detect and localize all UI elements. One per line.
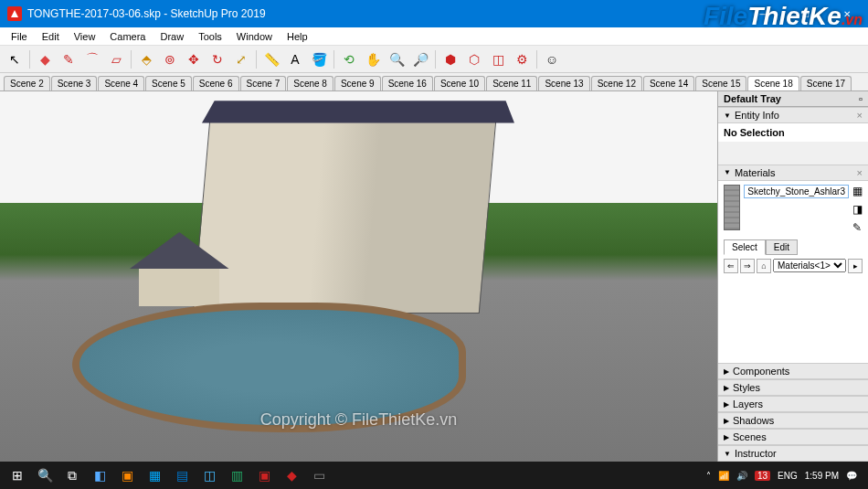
extension-icon[interactable]: ⬡ (463, 48, 485, 70)
maximize-button[interactable]: ☐ (784, 0, 826, 27)
scene-tab-active[interactable]: Scene 18 (747, 76, 799, 90)
volume-icon[interactable]: 🔊 (736, 471, 747, 481)
panel-materials[interactable]: ▼ Materials × (718, 165, 868, 181)
scene-tab[interactable]: Scene 11 (486, 76, 537, 90)
rectangle-tool[interactable]: ▱ (105, 48, 127, 70)
materials-tab-edit[interactable]: Edit (766, 239, 798, 255)
window-titlebar: TONGTHE-2017-03-06.skp - SketchUp Pro 20… (0, 0, 868, 27)
home-button[interactable]: ⌂ (757, 259, 771, 273)
scene-tab[interactable]: Scene 7 (240, 76, 287, 90)
scene-tab[interactable]: Scene 10 (434, 76, 485, 90)
material-library-select[interactable]: Materials<1> (773, 259, 846, 272)
line-tool[interactable]: ✎ (58, 48, 79, 70)
offset-tool[interactable]: ⊚ (159, 48, 181, 70)
scene-tab[interactable]: Scene 3 (51, 76, 98, 90)
materials-grid[interactable] (718, 281, 868, 363)
search-icon[interactable]: 🔍 (31, 462, 58, 489)
panel-close-icon[interactable]: × (857, 110, 863, 121)
network-icon[interactable]: 📶 (718, 471, 729, 481)
close-button[interactable]: ✕ (826, 0, 868, 27)
minimize-button[interactable]: ─ (742, 0, 784, 27)
eraser-tool[interactable]: ◆ (34, 48, 56, 70)
default-material-icon[interactable]: ◨ (852, 203, 863, 216)
menu-camera[interactable]: Camera (102, 29, 153, 44)
panel-entity-info[interactable]: ▼ Entity Info × (718, 107, 868, 123)
menu-draw[interactable]: Draw (153, 29, 191, 44)
app-icon[interactable]: ▣ (250, 462, 278, 489)
app-icon[interactable]: ◫ (196, 462, 223, 489)
3d-viewport[interactable]: Copyright © FileThietKe.vn (0, 91, 717, 462)
panel-label: Components (733, 366, 789, 377)
taskview-icon[interactable]: ⧉ (58, 462, 86, 489)
tray-chevron-icon[interactable]: ˄ (706, 471, 711, 481)
create-material-icon[interactable]: ▦ (852, 185, 863, 197)
scene-tab[interactable]: Scene 13 (538, 76, 589, 90)
start-button[interactable]: ⊞ (4, 462, 31, 489)
panel-scenes[interactable]: ▶Scenes (718, 429, 868, 445)
notif-badge[interactable]: 13 (755, 471, 770, 481)
menu-edit[interactable]: Edit (35, 29, 67, 44)
panel-close-icon[interactable]: × (857, 167, 863, 178)
move-tool[interactable]: ✥ (183, 48, 205, 70)
panel-components[interactable]: ▶Components (718, 363, 868, 379)
app-icon[interactable]: ◧ (86, 462, 113, 489)
menu-help[interactable]: Help (280, 29, 315, 44)
orbit-tool[interactable]: ⟲ (338, 48, 360, 70)
nav-fwd-button[interactable]: ⇒ (740, 259, 755, 273)
viewport-scene (0, 91, 717, 462)
panel-label: Materials (735, 167, 776, 178)
tape-tool[interactable]: 📏 (260, 48, 282, 70)
scene-tab[interactable]: Scene 16 (382, 76, 433, 90)
app-icon[interactable]: ▥ (223, 462, 250, 489)
material-swatch[interactable] (724, 185, 740, 230)
nav-back-button[interactable]: ⇐ (724, 259, 738, 273)
scene-tab[interactable]: Scene 2 (4, 76, 50, 90)
app-icon[interactable]: ▤ (168, 462, 196, 489)
tray-title[interactable]: Default Tray ▫ (718, 91, 868, 107)
menu-window[interactable]: Window (229, 29, 280, 44)
extension-mgr-icon[interactable]: ⚙ (511, 48, 533, 70)
scale-tool[interactable]: ⤢ (230, 48, 252, 70)
warehouse-icon[interactable]: ⬢ (439, 48, 461, 70)
materials-tab-select[interactable]: Select (724, 239, 766, 255)
app-icon[interactable]: ▣ (113, 462, 141, 489)
material-name-field[interactable]: Sketchy_Stone_Ashlar3 (744, 185, 849, 198)
menu-view[interactable]: View (67, 29, 103, 44)
scene-tab[interactable]: Scene 12 (591, 76, 642, 90)
scene-tab[interactable]: Scene 9 (334, 76, 381, 90)
scene-tab[interactable]: Scene 6 (193, 76, 239, 90)
scene-tab[interactable]: Scene 8 (287, 76, 333, 90)
zoom-extents-tool[interactable]: 🔎 (409, 48, 431, 70)
tray-pin-icon[interactable]: ▫ (859, 93, 863, 104)
app-icon[interactable]: ▭ (305, 462, 333, 489)
rotate-tool[interactable]: ↻ (206, 48, 228, 70)
paint-tool[interactable]: 🪣 (308, 48, 330, 70)
language-indicator[interactable]: ENG (778, 471, 798, 481)
app-icon[interactable]: ▦ (141, 462, 168, 489)
select-tool[interactable]: ↖ (4, 48, 26, 70)
separator (536, 50, 537, 69)
text-tool[interactable]: A (284, 48, 306, 70)
scene-tab[interactable]: Scene 17 (800, 76, 852, 90)
menu-file[interactable]: File (4, 29, 35, 44)
panel-shadows[interactable]: ▶Shadows (718, 412, 868, 429)
notification-center-icon[interactable]: 💬 (846, 471, 857, 481)
user-icon[interactable]: ☺ (541, 48, 563, 70)
scene-tab[interactable]: Scene 4 (98, 76, 144, 90)
zoom-tool[interactable]: 🔍 (386, 48, 408, 70)
details-button[interactable]: ▸ (848, 259, 863, 273)
scene-tab[interactable]: Scene 5 (145, 76, 192, 90)
pushpull-tool[interactable]: ⬘ (135, 48, 157, 70)
menu-tools[interactable]: Tools (191, 29, 229, 44)
scene-tab[interactable]: Scene 14 (643, 76, 694, 90)
panel-styles[interactable]: ▶Styles (718, 379, 868, 396)
arc-tool[interactable]: ⌒ (81, 48, 103, 70)
layout-icon[interactable]: ◫ (487, 48, 509, 70)
sample-paint-icon[interactable]: ✎ (852, 221, 863, 234)
panel-layers[interactable]: ▶Layers (718, 396, 868, 412)
panel-instructor[interactable]: ▼Instructor (718, 445, 868, 462)
pan-tool[interactable]: ✋ (362, 48, 384, 70)
app-icon[interactable]: ◆ (278, 462, 305, 489)
clock[interactable]: 1:59 PM (805, 471, 839, 481)
scene-tab[interactable]: Scene 15 (695, 76, 746, 90)
